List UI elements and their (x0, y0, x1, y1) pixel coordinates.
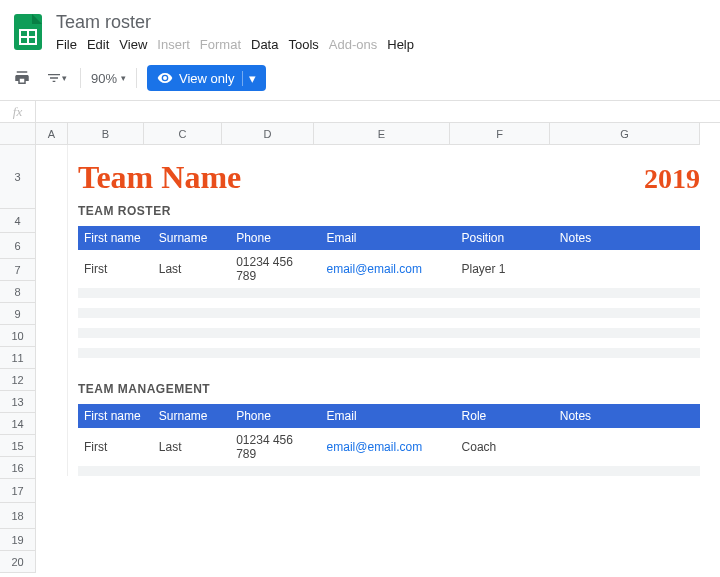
cell (78, 298, 153, 308)
menu-insert: Insert (157, 37, 190, 52)
row-header-19[interactable]: 19 (0, 529, 36, 551)
th: Email (321, 404, 456, 428)
row-header-20[interactable]: 20 (0, 551, 36, 573)
table-row[interactable] (78, 308, 700, 318)
zoom-select[interactable]: 90%▾ (91, 71, 126, 86)
cell (455, 318, 553, 328)
col-header-A[interactable]: A (36, 123, 68, 145)
col-header-B[interactable]: B (68, 123, 144, 145)
th: Surname (153, 226, 230, 250)
row-header-13[interactable]: 13 (0, 391, 36, 413)
cell (321, 298, 456, 308)
roster-table: First nameSurnamePhoneEmailPositionNotes… (78, 226, 700, 368)
row-header-6[interactable]: 6 (0, 233, 36, 259)
table-row[interactable] (78, 466, 700, 476)
cell (456, 466, 554, 476)
row-header-17[interactable]: 17 (0, 479, 36, 503)
row-header-7[interactable]: 7 (0, 259, 36, 281)
cell (554, 250, 700, 288)
filter-icon[interactable]: ▾ (42, 64, 70, 92)
col-header-F[interactable]: F (450, 123, 550, 145)
table-row[interactable]: FirstLast01234 456 789email@email.comCoa… (78, 428, 700, 466)
table-row[interactable] (78, 348, 700, 358)
table-row[interactable]: FirstLast01234 456 789email@email.comPla… (78, 250, 700, 288)
cell (455, 348, 553, 358)
th: Notes (554, 226, 700, 250)
menu-edit[interactable]: Edit (87, 37, 109, 52)
cell (153, 298, 230, 308)
team-name: Team Name (78, 159, 241, 196)
row-header-18[interactable]: 18 (0, 503, 36, 529)
row-header-12[interactable]: 12 (0, 369, 36, 391)
cell (321, 358, 456, 368)
menu-format: Format (200, 37, 241, 52)
row-header-11[interactable]: 11 (0, 347, 36, 369)
row-header-16[interactable]: 16 (0, 457, 36, 479)
print-icon[interactable] (8, 64, 36, 92)
grid: ABCDEFG 3467891011121314151617181920 Tea… (0, 123, 720, 573)
title-bar: Team roster FileEditViewInsertFormatData… (0, 0, 720, 56)
email-link[interactable]: email@email.com (327, 262, 423, 276)
cell (153, 288, 230, 298)
cell (321, 288, 456, 298)
col-header-G[interactable]: G (550, 123, 700, 145)
select-all-corner[interactable] (0, 123, 36, 145)
cell (78, 318, 153, 328)
menu-file[interactable]: File (56, 37, 77, 52)
cell (230, 358, 320, 368)
table-row[interactable] (78, 288, 700, 298)
doc-title[interactable]: Team roster (56, 12, 414, 33)
menu-help[interactable]: Help (387, 37, 414, 52)
cell (554, 338, 700, 348)
cell (455, 358, 553, 368)
email-link[interactable]: email@email.com (327, 440, 423, 454)
cell (153, 358, 230, 368)
menu-tools[interactable]: Tools (288, 37, 318, 52)
table-row[interactable] (78, 298, 700, 308)
sheets-icon[interactable] (8, 8, 48, 56)
cells-area[interactable]: Team Name2019TEAM ROSTERFirst nameSurnam… (36, 145, 720, 573)
formula-bar: fx (0, 101, 720, 123)
table-row[interactable] (78, 338, 700, 348)
table-row[interactable] (78, 328, 700, 338)
cell: First (78, 428, 153, 466)
row-header-9[interactable]: 9 (0, 303, 36, 325)
row-header-10[interactable]: 10 (0, 325, 36, 347)
row-header-8[interactable]: 8 (0, 281, 36, 303)
row-header-3[interactable]: 3 (0, 145, 36, 209)
cell (230, 466, 320, 476)
cell (321, 466, 456, 476)
formula-input[interactable] (36, 101, 720, 122)
row-header-4[interactable]: 4 (0, 209, 36, 233)
menu-data[interactable]: Data (251, 37, 278, 52)
cell (554, 288, 700, 298)
view-only-button[interactable]: View only ▾ (147, 65, 266, 91)
cell (554, 358, 700, 368)
tool-bar: ▾ 90%▾ View only ▾ (0, 56, 720, 101)
cell: 01234 456 789 (230, 250, 320, 288)
menu-bar: FileEditViewInsertFormatDataToolsAdd-ons… (56, 37, 414, 52)
menu-view[interactable]: View (119, 37, 147, 52)
cell (554, 308, 700, 318)
row-header-14[interactable]: 14 (0, 413, 36, 435)
col-header-D[interactable]: D (222, 123, 314, 145)
row-header-15[interactable]: 15 (0, 435, 36, 457)
cell (78, 348, 153, 358)
cell (153, 328, 230, 338)
cell (554, 328, 700, 338)
cell: Player 1 (455, 250, 553, 288)
th: First name (78, 404, 153, 428)
cell (455, 288, 553, 298)
cell (153, 308, 230, 318)
table-row[interactable] (78, 318, 700, 328)
col-header-C[interactable]: C (144, 123, 222, 145)
th: First name (78, 226, 153, 250)
table-row[interactable] (78, 358, 700, 368)
col-header-E[interactable]: E (314, 123, 450, 145)
cell (153, 466, 230, 476)
cell (321, 338, 456, 348)
column-headers: ABCDEFG (0, 123, 720, 145)
cell (455, 328, 553, 338)
cell (230, 308, 320, 318)
cell: 01234 456 789 (230, 428, 320, 466)
